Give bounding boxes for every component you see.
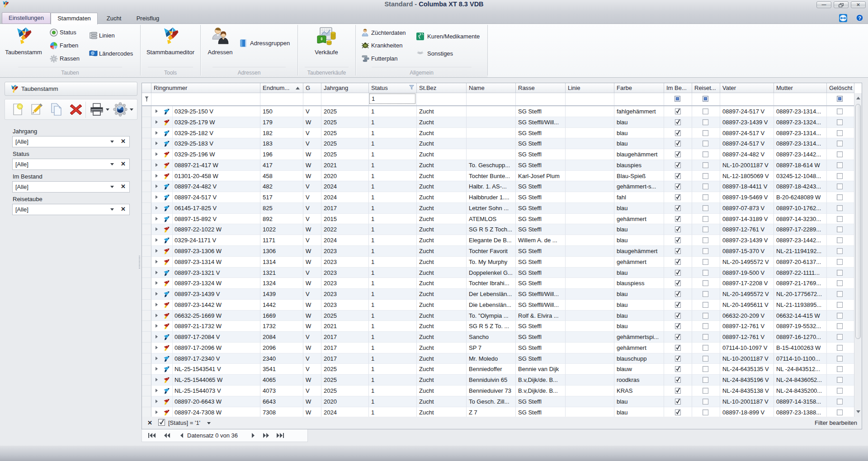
svg-text:?: ? [858, 15, 861, 21]
